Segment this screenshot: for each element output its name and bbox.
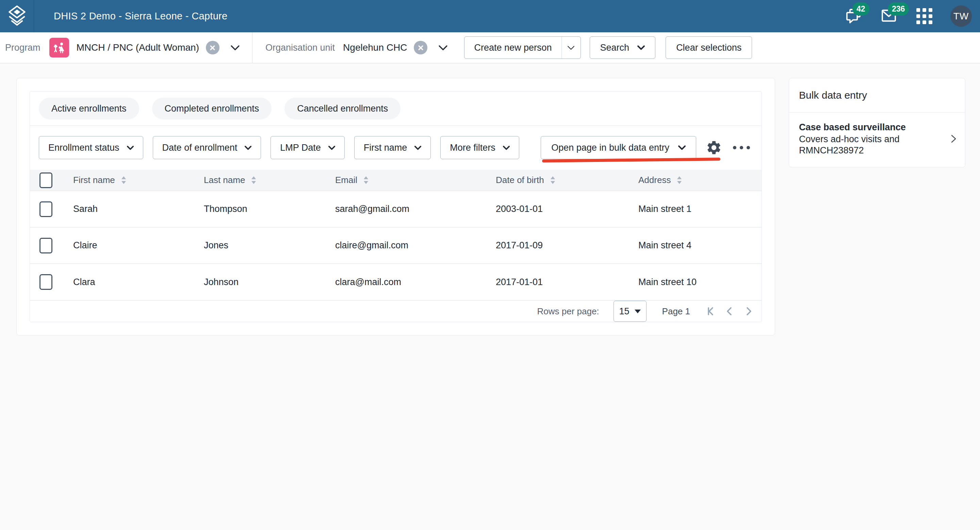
- next-page-button[interactable]: [743, 305, 755, 317]
- rows-per-page-select[interactable]: 15: [614, 301, 646, 322]
- bulk-item-texts: Case based surveillance Covers ad-hoc vi…: [799, 121, 950, 156]
- chevron-down-icon: [245, 146, 251, 150]
- orgunit-value[interactable]: Ngelehun CHC: [343, 42, 407, 53]
- cell-first-name: Claire: [62, 227, 193, 263]
- cell-last-name: Jones: [193, 227, 324, 263]
- tab-cancelled-enrollments[interactable]: Cancelled enrollments: [285, 98, 401, 119]
- column-label: Address: [638, 175, 671, 186]
- table-header-row: First name Last name Email Date of: [30, 170, 762, 191]
- filter-first-name[interactable]: First name: [354, 136, 431, 159]
- orgunit-chevron-button[interactable]: [438, 45, 448, 51]
- first-page-icon: [705, 305, 716, 317]
- messages-button[interactable]: 236: [880, 7, 898, 25]
- clear-x-icon: [418, 45, 424, 51]
- clear-selections-button[interactable]: Clear selections: [666, 36, 752, 59]
- app-header: DHIS 2 Demo - Sierra Leone - Capture 42 …: [0, 0, 980, 32]
- bulk-data-entry-title: Bulk data entry: [789, 78, 965, 113]
- cell-email: sarah@gmail.com: [324, 191, 485, 227]
- cell-date-of-birth: 2017-01-01: [485, 263, 627, 300]
- interpretations-button[interactable]: 42: [844, 7, 862, 25]
- app-title: DHIS 2 Demo - Sierra Leone - Capture: [54, 11, 227, 22]
- search-button-label: Search: [600, 43, 630, 53]
- filter-date-of-enrollment[interactable]: Date of enrollment: [153, 136, 261, 159]
- header-actions: 42 236 TW: [844, 5, 980, 27]
- row-checkbox[interactable]: [40, 274, 52, 290]
- program-clear-button[interactable]: [206, 41, 220, 54]
- search-button[interactable]: Search: [590, 36, 656, 59]
- working-list-container: Active enrollments Completed enrollments…: [30, 91, 762, 322]
- tab-active-enrollments[interactable]: Active enrollments: [39, 98, 139, 119]
- cell-last-name: Thompson: [193, 191, 324, 227]
- row-checkbox[interactable]: [40, 238, 52, 254]
- open-bulk-data-entry-dropdown[interactable]: Open page in bulk data entry: [541, 136, 696, 159]
- page-content: Active enrollments Completed enrollments…: [0, 63, 980, 530]
- filter-more-filters[interactable]: More filters: [440, 136, 519, 159]
- chevron-right-icon: [950, 133, 957, 144]
- filters-row: Enrollment status Date of enrollment LMP…: [30, 126, 762, 170]
- chevron-right-icon: [743, 305, 754, 317]
- program-chevron-button[interactable]: [231, 45, 240, 51]
- column-header-first-name[interactable]: First name: [62, 170, 193, 191]
- divider: [252, 32, 253, 63]
- create-new-person-button[interactable]: Create new person: [465, 37, 561, 59]
- cell-email: clara@mail.com: [324, 263, 485, 300]
- pagination-nav: [705, 305, 755, 317]
- user-avatar[interactable]: TW: [950, 5, 972, 27]
- column-header-email[interactable]: Email: [324, 170, 485, 191]
- table-row[interactable]: Claire Jones claire@gmail.com 2017-01-09…: [30, 227, 762, 263]
- program-icon: [49, 38, 69, 57]
- bulk-data-entry-item[interactable]: Case based surveillance Covers ad-hoc vi…: [789, 113, 965, 167]
- messages-badge: 236: [888, 2, 909, 16]
- create-new-person-arrow-button[interactable]: [562, 37, 581, 59]
- chevron-down-icon: [414, 146, 421, 150]
- column-settings-button[interactable]: [706, 140, 722, 156]
- first-page-button[interactable]: [705, 305, 717, 317]
- chevron-down-icon: [503, 146, 510, 150]
- more-dots-icon: [740, 146, 743, 149]
- previous-page-button[interactable]: [724, 305, 736, 317]
- dhis2-logo-button[interactable]: [0, 0, 34, 32]
- tab-completed-enrollments[interactable]: Completed enrollments: [152, 98, 272, 119]
- column-label: Date of birth: [496, 175, 544, 186]
- select-all-checkbox[interactable]: [40, 173, 52, 188]
- gear-icon: [706, 140, 722, 156]
- sort-arrows-icon[interactable]: [251, 176, 256, 185]
- sort-arrows-icon[interactable]: [363, 176, 369, 185]
- chevron-down-icon: [328, 146, 335, 150]
- chevron-down-icon: [567, 46, 575, 50]
- column-header-date-of-birth[interactable]: Date of birth: [485, 170, 627, 191]
- filter-label: LMP Date: [280, 143, 321, 153]
- context-selection-bar: Program MNCH / PNC (Adult Woman) Organis…: [0, 32, 980, 63]
- column-header-address[interactable]: Address: [627, 170, 762, 191]
- row-checkbox[interactable]: [40, 202, 52, 217]
- column-label: First name: [73, 175, 115, 186]
- bulk-item-title: Case based surveillance: [799, 121, 946, 133]
- chevron-down-icon: [637, 45, 645, 50]
- filter-label: First name: [364, 143, 407, 153]
- table-row[interactable]: Sarah Thompson sarah@gmail.com 2003-01-0…: [30, 191, 762, 227]
- column-header-last-name[interactable]: Last name: [193, 170, 324, 191]
- pagination-bar: Rows per page: 15 Page 1: [30, 300, 762, 322]
- orgunit-label: Organisation unit: [266, 43, 335, 53]
- apps-menu-button[interactable]: [915, 7, 933, 25]
- chevron-down-icon: [438, 45, 448, 51]
- sort-arrows-icon[interactable]: [121, 176, 127, 185]
- more-options-button[interactable]: [733, 146, 750, 149]
- column-label: Email: [335, 175, 357, 186]
- table-row[interactable]: Clara Johnson clara@mail.com 2017-01-01 …: [30, 263, 762, 300]
- rows-per-page-label: Rows per page:: [537, 306, 599, 317]
- chevron-left-icon: [724, 305, 735, 317]
- program-value[interactable]: MNCH / PNC (Adult Woman): [76, 42, 199, 53]
- sort-arrows-icon[interactable]: [550, 176, 556, 185]
- filter-label: Date of enrollment: [162, 143, 237, 153]
- filter-lmp-date[interactable]: LMP Date: [270, 136, 345, 159]
- list-actions-cluster: Open page in bulk data entry: [541, 136, 753, 159]
- working-list-card: Active enrollments Completed enrollments…: [16, 78, 775, 335]
- enrollment-tabs-row: Active enrollments Completed enrollments…: [30, 92, 762, 126]
- triangle-down-icon: [635, 309, 641, 313]
- bulk-data-entry-panel: Bulk data entry Case based surveillance …: [789, 78, 966, 167]
- orgunit-clear-button[interactable]: [414, 41, 427, 54]
- filter-enrollment-status[interactable]: Enrollment status: [39, 136, 143, 159]
- program-label: Program: [5, 43, 40, 53]
- sort-arrows-icon[interactable]: [676, 176, 682, 185]
